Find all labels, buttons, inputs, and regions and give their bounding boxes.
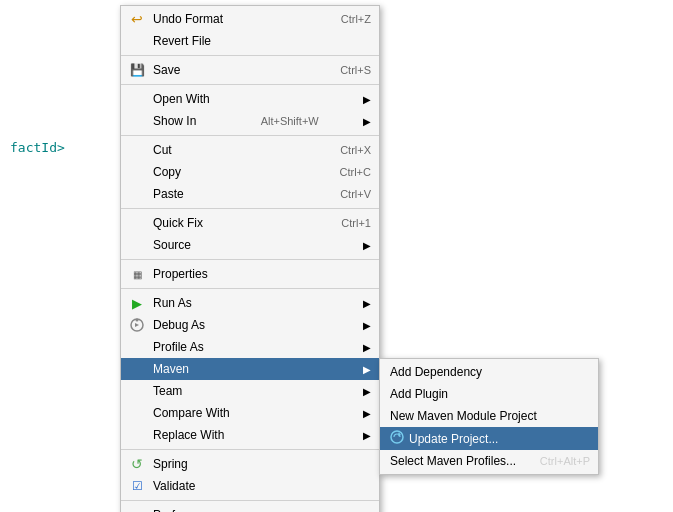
quick-fix-shortcut: Ctrl+1 <box>321 217 371 229</box>
new-maven-module-label: New Maven Module Project <box>390 409 537 423</box>
menu-item-open-with[interactable]: Open With ▶ <box>121 88 379 110</box>
undo-format-label: Undo Format <box>153 12 223 26</box>
open-with-arrow: ▶ <box>363 94 371 105</box>
preferences-label: Preferences... <box>153 508 228 512</box>
replace-with-label: Replace With <box>153 428 224 442</box>
context-menu: ↩ Undo Format Ctrl+Z Revert File 💾 Save … <box>120 5 380 512</box>
menu-item-paste[interactable]: Paste Ctrl+V <box>121 183 379 205</box>
separator-5 <box>121 259 379 260</box>
show-in-label: Show In <box>153 114 196 128</box>
menu-item-preferences[interactable]: Preferences... <box>121 504 379 512</box>
run-as-label: Run As <box>153 296 192 310</box>
validate-icon: ☑ <box>127 479 147 493</box>
validate-label: Validate <box>153 479 195 493</box>
menu-item-validate[interactable]: ☑ Validate <box>121 475 379 497</box>
menu-item-copy[interactable]: Copy Ctrl+C <box>121 161 379 183</box>
add-plugin-label: Add Plugin <box>390 387 448 401</box>
open-with-label: Open With <box>153 92 210 106</box>
debug-as-label: Debug As <box>153 318 205 332</box>
add-dependency-label: Add Dependency <box>390 365 482 379</box>
submenu-item-add-dependency[interactable]: Add Dependency <box>380 361 598 383</box>
svg-point-2 <box>391 431 403 443</box>
undo-format-shortcut: Ctrl+Z <box>321 13 371 25</box>
revert-file-label: Revert File <box>153 34 211 48</box>
submenu-item-select-maven-profiles[interactable]: Select Maven Profiles... Ctrl+Alt+P <box>380 450 598 472</box>
save-icon: 💾 <box>127 63 147 77</box>
menu-item-replace-with[interactable]: Replace With ▶ <box>121 424 379 446</box>
select-maven-profiles-shortcut: Ctrl+Alt+P <box>530 455 590 467</box>
menu-item-debug-as[interactable]: Debug As ▶ <box>121 314 379 336</box>
team-arrow: ▶ <box>363 386 371 397</box>
cut-shortcut: Ctrl+X <box>320 144 371 156</box>
properties-icon: ▦ <box>127 269 147 280</box>
menu-item-compare-with[interactable]: Compare With ▶ <box>121 402 379 424</box>
save-label: Save <box>153 63 180 77</box>
separator-7 <box>121 449 379 450</box>
submenu-item-new-maven-module[interactable]: New Maven Module Project <box>380 405 598 427</box>
save-shortcut: Ctrl+S <box>320 64 371 76</box>
debug-as-arrow: ▶ <box>363 320 371 331</box>
paste-label: Paste <box>153 187 184 201</box>
update-project-label: Update Project... <box>409 432 498 446</box>
maven-label: Maven <box>153 362 189 376</box>
menu-item-spring[interactable]: ↺ Spring <box>121 453 379 475</box>
debug-as-icon <box>127 318 147 332</box>
profile-as-label: Profile As <box>153 340 204 354</box>
copy-label: Copy <box>153 165 181 179</box>
replace-with-arrow: ▶ <box>363 430 371 441</box>
submenu-item-update-project[interactable]: Update Project... <box>380 427 598 450</box>
show-in-shortcut: Alt+Shift+W <box>241 115 319 127</box>
menu-item-cut[interactable]: Cut Ctrl+X <box>121 139 379 161</box>
separator-1 <box>121 55 379 56</box>
compare-with-label: Compare With <box>153 406 230 420</box>
svg-point-1 <box>136 319 139 322</box>
menu-item-maven[interactable]: Maven ▶ Add Dependency Add Plugin New Ma… <box>121 358 379 380</box>
menu-item-team[interactable]: Team ▶ <box>121 380 379 402</box>
menu-item-undo-format[interactable]: ↩ Undo Format Ctrl+Z <box>121 8 379 30</box>
cut-label: Cut <box>153 143 172 157</box>
maven-submenu: Add Dependency Add Plugin New Maven Modu… <box>379 358 599 475</box>
spring-icon: ↺ <box>127 456 147 472</box>
separator-6 <box>121 288 379 289</box>
maven-arrow: ▶ <box>363 364 371 375</box>
show-in-arrow: ▶ <box>363 116 371 127</box>
separator-4 <box>121 208 379 209</box>
menu-item-properties[interactable]: ▦ Properties <box>121 263 379 285</box>
menu-item-run-as[interactable]: ▶ Run As ▶ <box>121 292 379 314</box>
source-arrow: ▶ <box>363 240 371 251</box>
menu-item-revert-file[interactable]: Revert File <box>121 30 379 52</box>
copy-shortcut: Ctrl+C <box>320 166 371 178</box>
update-project-icon <box>390 430 404 447</box>
menu-item-quick-fix[interactable]: Quick Fix Ctrl+1 <box>121 212 379 234</box>
compare-with-arrow: ▶ <box>363 408 371 419</box>
menu-item-source[interactable]: Source ▶ <box>121 234 379 256</box>
menu-item-save[interactable]: 💾 Save Ctrl+S <box>121 59 379 81</box>
editor-code: factId> <box>10 140 65 155</box>
source-label: Source <box>153 238 191 252</box>
run-as-arrow: ▶ <box>363 298 371 309</box>
menu-item-profile-as[interactable]: Profile As ▶ <box>121 336 379 358</box>
paste-shortcut: Ctrl+V <box>320 188 371 200</box>
separator-8 <box>121 500 379 501</box>
quick-fix-label: Quick Fix <box>153 216 203 230</box>
select-maven-profiles-label: Select Maven Profiles... <box>390 454 516 468</box>
menu-item-show-in[interactable]: Show In Alt+Shift+W ▶ <box>121 110 379 132</box>
undo-icon: ↩ <box>127 11 147 27</box>
spring-label: Spring <box>153 457 188 471</box>
separator-2 <box>121 84 379 85</box>
team-label: Team <box>153 384 182 398</box>
separator-3 <box>121 135 379 136</box>
run-as-icon: ▶ <box>127 296 147 311</box>
properties-label: Properties <box>153 267 208 281</box>
debug-icon-svg <box>130 318 144 332</box>
submenu-item-add-plugin[interactable]: Add Plugin <box>380 383 598 405</box>
profile-as-arrow: ▶ <box>363 342 371 353</box>
